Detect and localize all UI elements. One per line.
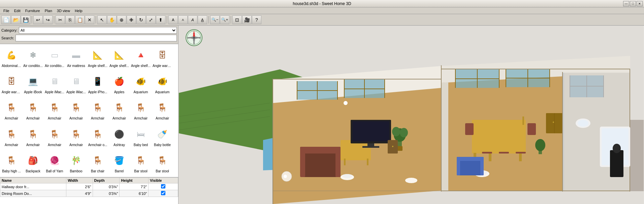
furniture-item-17[interactable]: 🪑Armchair: [22, 97, 44, 124]
virtual-visitor-button[interactable]: 🎥: [242, 15, 252, 24]
furniture-item-1[interactable]: ❄Air conditio...: [22, 45, 44, 71]
copy-button[interactable]: ⎘: [65, 15, 75, 24]
select-button[interactable]: ↖: [97, 15, 107, 24]
furniture-name-33: Backpack: [23, 169, 43, 173]
compass[interactable]: N S E W: [185, 29, 203, 46]
furniture-item-26[interactable]: 🪑Armchair: [44, 124, 65, 150]
furniture-item-27[interactable]: 🪑Armchair: [65, 124, 87, 150]
furniture-name-12: Apple iPho...: [88, 90, 107, 94]
furniture-item-31[interactable]: 🍼Baby bottle: [152, 124, 173, 150]
furniture-item-32[interactable]: 🪑Baby high ...: [1, 150, 22, 176]
menu-item-edit[interactable]: Edit: [12, 8, 23, 13]
redo-button[interactable]: ↪: [43, 15, 53, 24]
furniture-item-28[interactable]: 🪑Armchair o...: [87, 124, 108, 150]
menu-item-help[interactable]: Help: [73, 8, 85, 13]
svg-rect-49: [352, 121, 389, 141]
menu-item-file[interactable]: File: [1, 8, 11, 13]
furniture-item-16[interactable]: 🪑Armchair: [1, 97, 22, 124]
svg-rect-59: [472, 120, 526, 154]
svg-text:E: E: [199, 36, 200, 39]
zoom-in-button[interactable]: 🔍+: [220, 15, 229, 24]
furniture-item-5[interactable]: 📐Angle shelf...: [108, 45, 130, 71]
new-button[interactable]: 📄: [1, 15, 11, 24]
resize-button[interactable]: ⤢: [146, 15, 156, 24]
col-height: Height: [120, 178, 149, 183]
pan-button[interactable]: ✋: [107, 15, 117, 24]
furniture-item-0[interactable]: 💪Abdominal ...: [1, 45, 22, 71]
menu-item-furniture[interactable]: Furniture: [23, 8, 42, 13]
furniture-item-25[interactable]: 🪑Armchair: [22, 124, 44, 150]
furniture-item-19[interactable]: 🪑Armchair: [65, 97, 87, 124]
maximize-button[interactable]: □: [630, 1, 636, 6]
visible-checkbox-0[interactable]: [161, 184, 165, 189]
svg-rect-46: [344, 159, 346, 165]
prop-visible-0[interactable]: [149, 183, 178, 190]
furniture-icon-30: 🛏: [137, 130, 145, 139]
furniture-item-8[interactable]: 🗄Angle ward...: [1, 71, 22, 97]
menu-item-plan[interactable]: Plan: [43, 8, 54, 13]
text-a-button[interactable]: A: [178, 15, 188, 24]
furniture-item-29[interactable]: ⚫Ashtray: [108, 124, 130, 150]
furniture-item-9[interactable]: 💻Apple iBook: [22, 71, 44, 97]
cut-button[interactable]: ✂: [56, 15, 65, 24]
furniture-item-14[interactable]: 🐠Aquarium: [130, 71, 152, 97]
search-input[interactable]: [15, 35, 177, 41]
furniture-item-36[interactable]: 🪑Bar chair: [87, 150, 108, 176]
paste-button[interactable]: 📋: [75, 15, 85, 24]
close-button[interactable]: ✕: [637, 1, 643, 6]
furniture-item-34[interactable]: 🧶Ball of Yarn: [44, 150, 65, 176]
open-button[interactable]: 📂: [11, 15, 21, 24]
elevate-button[interactable]: ⬆: [156, 15, 165, 24]
furniture-name-8: Angle ward...: [2, 90, 21, 94]
furniture-item-38[interactable]: 🪑Bar stool: [130, 150, 152, 176]
prop-visible-1[interactable]: [149, 190, 178, 197]
svg-rect-37: [506, 78, 550, 78]
furniture-item-13[interactable]: 🍎Apples: [108, 71, 130, 97]
category-select[interactable]: All: [19, 27, 177, 34]
furniture-item-21[interactable]: 🪑Armchair: [108, 97, 130, 124]
furniture-item-35[interactable]: 🎋Bamboo: [65, 150, 87, 176]
3d-view[interactable]: N S E W: [179, 26, 644, 204]
text-b-button[interactable]: A: [188, 15, 197, 24]
menu-item-3d-view[interactable]: 3D view: [55, 8, 72, 13]
furniture-item-4[interactable]: 📐Angle shelf...: [87, 45, 108, 71]
furniture-item-6[interactable]: 🔺Angle shelf...: [130, 45, 152, 71]
text-c-button[interactable]: A: [198, 15, 207, 24]
furniture-item-39[interactable]: 🪑Bar stool: [152, 150, 173, 176]
svg-rect-112: [457, 157, 460, 175]
text-aa-button[interactable]: A: [168, 15, 178, 24]
furniture-item-7[interactable]: 🗄Angle ward...: [152, 45, 173, 71]
furniture-item-3[interactable]: ▬Air mattress: [65, 45, 87, 71]
furniture-item-20[interactable]: 🪑Armchair: [87, 97, 108, 124]
zoom-out-button[interactable]: 🔍−: [210, 15, 220, 24]
furniture-name-27: Armchair: [66, 143, 86, 147]
furniture-item-18[interactable]: 🪑Armchair: [44, 97, 65, 124]
furniture-item-11[interactable]: 🖥Apple iMac...: [65, 71, 87, 97]
visible-checkbox-1[interactable]: [161, 191, 165, 195]
add-furniture-button[interactable]: ⊕: [117, 15, 126, 24]
rotate-button[interactable]: ↻: [136, 15, 146, 24]
table-row[interactable]: Dining Room Do...4'9"0'3¾"6'10": [0, 190, 178, 197]
undo-button[interactable]: ↩: [33, 15, 43, 24]
minimize-button[interactable]: —: [623, 1, 629, 6]
top-camera-button[interactable]: ⊡: [232, 15, 242, 24]
furniture-item-22[interactable]: 🪑Armchair: [130, 97, 152, 124]
furniture-item-10[interactable]: 🖥Apple iMac...: [44, 71, 65, 97]
help-button[interactable]: ?: [252, 15, 261, 24]
furniture-item-15[interactable]: 🐠Aquarium: [152, 71, 173, 97]
furniture-item-23[interactable]: 🪑Armchair: [152, 97, 173, 124]
furniture-item-30[interactable]: 🛏Baby bed: [130, 124, 152, 150]
furniture-icon-4: 📐: [93, 50, 103, 60]
furniture-item-12[interactable]: 📱Apple iPho...: [87, 71, 108, 97]
save-button[interactable]: 💾: [21, 15, 30, 24]
toolbar-separator-5: [208, 16, 209, 24]
furniture-item-24[interactable]: 🪑Armchair: [1, 124, 22, 150]
furniture-item-33[interactable]: 🎒Backpack: [22, 150, 44, 176]
furniture-item-37[interactable]: 🪣Barrel: [108, 150, 130, 176]
furniture-name-38: Bar stool: [131, 169, 151, 173]
delete-button[interactable]: ✕: [85, 15, 94, 24]
furniture-item-2[interactable]: ▭Air conditio...: [44, 45, 65, 71]
table-row[interactable]: Hallway door fr...2'6"0'3¾"7'2": [0, 183, 178, 190]
move-button[interactable]: ✙: [127, 15, 136, 24]
furniture-icon-16: 🪑: [6, 103, 17, 112]
